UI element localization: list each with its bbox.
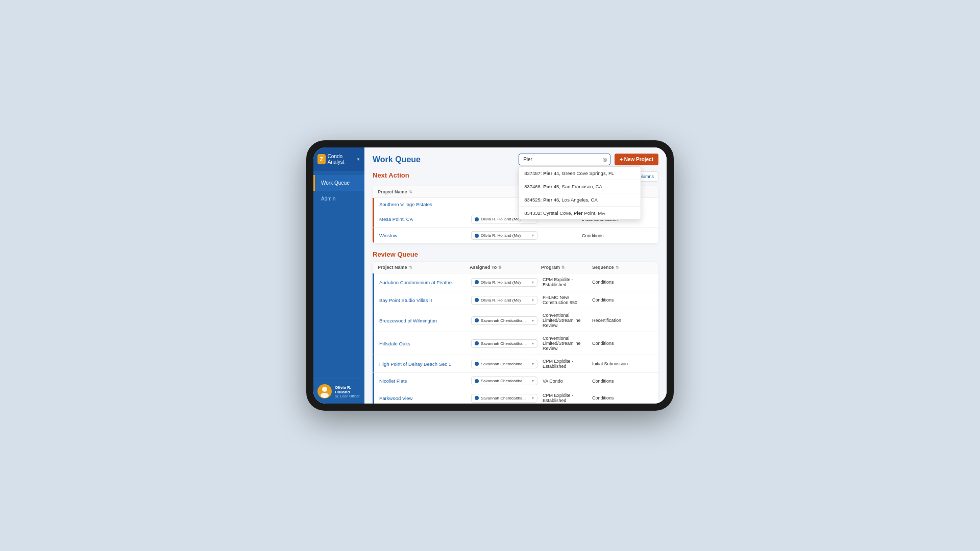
project-link[interactable]: Hillsdale Oaks [379,341,471,346]
assignee-name: Savannah Cherdcaitha... [481,362,530,366]
project-link[interactable]: Winslow [379,233,471,238]
role-label: Condo Analyst [328,154,353,165]
project-link[interactable]: Parkwood View [379,395,471,401]
assignee-select[interactable]: Savannah Cherdcaitha... ▾ [471,339,537,348]
table-row: Breezewood of Wilmington Savannah Cherdc… [373,309,658,332]
tablet-frame: Z Condo Analyst ▼ Work Queue Admin [306,140,674,411]
search-result-2[interactable]: 834525: Pier 46, Los Angeles, CA [519,193,641,207]
program-value: CPM Expidite - Established [543,393,592,403]
assignee-select[interactable]: Savannah Cherdcaitha... ▾ [471,394,537,403]
project-link[interactable]: Bay Point Studio Villas II [379,297,471,303]
search-input[interactable] [519,154,610,165]
sequence-value: Conditions [592,280,653,285]
table-row: Winslow Olivia R. Holland (Me) ▾ Conditi… [373,228,658,243]
assignee-name: Savannah Cherdcaitha... [481,396,530,400]
assignee-dot [475,234,479,238]
sequence-value: Conditions [592,395,653,400]
project-link[interactable]: Breezewood of Wilmington [379,318,471,323]
assignee-select[interactable]: Savannah Cherdcaitha... ▾ [471,316,537,325]
page-title: Work Queue [373,155,421,164]
search-dropdown: 837487: Pier 44, Green Cove Springs, FL … [519,166,641,220]
sequence-value: Initial Submission [592,361,653,366]
sidebar-user: Olivia R. Holland Sr. Loan Officer [313,379,364,404]
review-table-header: Project Name ⇅ Assigned To ⇅ Program ⇅ [373,262,658,273]
sidebar: Z Condo Analyst ▼ Work Queue Admin [313,147,364,404]
chevron-down-icon: ▾ [532,362,534,366]
program-value: Conventional Limited/Streamline Review [543,336,592,351]
col-rq-sequence: Sequence ⇅ [592,265,653,270]
chevron-down-icon: ▾ [532,318,534,323]
assignee-dot [475,280,479,284]
user-info: Olivia R. Holland Sr. Loan Officer [335,385,360,398]
assignee-dot [475,217,479,221]
assignee-dot [475,362,479,366]
search-container: ⊗ 837487: Pier 44, Green Cove Springs, F… [519,154,610,165]
assignee-name: Savannah Cherdcaitha... [481,341,530,346]
chevron-down-icon: ▾ [532,396,534,400]
main-content: Work Queue ⊗ 837487: Pier 44, Green Cove… [364,147,667,404]
review-queue-title: Review Queue [373,251,418,258]
assignee-select[interactable]: Olivia R. Holland (Me) ▾ [471,296,537,305]
assignee-dot [475,298,479,302]
search-result-0[interactable]: 837487: Pier 44, Green Cove Springs, FL [519,167,641,180]
assignee-dot [475,379,479,383]
chevron-down-icon: ▾ [532,379,534,383]
program-value: VA Condo [543,379,592,384]
avatar [317,384,332,398]
review-queue-table: Project Name ⇅ Assigned To ⇅ Program ⇅ [373,262,658,404]
project-link[interactable]: Audubon Condominium at Feathe... [379,280,471,285]
review-rows-container: Audubon Condominium at Feathe... Olivia … [373,273,658,404]
sort-icon: ⇅ [498,265,502,270]
table-row: High Point of Delray Beach Sec 1 Savanna… [373,355,658,373]
sequence-value: Conditions [592,379,653,384]
assignee-select[interactable]: Olivia R. Holland (Me) ▾ [471,231,537,240]
project-link[interactable]: Mesa Point, CA [379,216,471,222]
program-value: CPM Expidite - Established [543,277,592,287]
sidebar-item-workqueue[interactable]: Work Queue [313,175,364,191]
sort-icon: ⇅ [409,265,412,270]
sequence-value: Conditions [582,233,653,238]
sort-icon: ⇅ [409,190,412,194]
new-project-button[interactable]: + New Project [615,154,658,165]
assignee-dot [475,396,479,400]
project-link[interactable]: Southern Village Estates [379,202,471,207]
project-link[interactable]: Nicollet Flats [379,378,471,384]
table-row: Parkwood View Savannah Cherdcaitha... ▾ … [373,389,658,404]
chevron-down-icon: ▾ [532,298,534,303]
assignee-name: Olivia R. Holland (Me) [481,298,530,303]
user-role: Sr. Loan Officer [335,394,360,398]
svg-point-1 [321,393,329,398]
assignee-select[interactable]: Savannah Cherdcaitha... ▾ [471,360,537,368]
col-rq-program: Program ⇅ [541,265,592,270]
search-result-1[interactable]: 837466: Pier 45, San Francisco, CA [519,180,641,193]
sidebar-logo[interactable]: Z Condo Analyst ▼ [313,147,364,171]
assignee-select[interactable]: Savannah Cherdcaitha... ▾ [471,377,537,385]
assignee-name: Olivia R. Holland (Me) [481,280,530,285]
search-clear-icon[interactable]: ⊗ [602,156,607,163]
col-rq-project: Project Name ⇅ [378,265,470,270]
table-row: Audubon Condominium at Feathe... Olivia … [373,273,658,291]
sidebar-nav: Work Queue Admin [313,171,364,379]
table-row: Hillsdale Oaks Savannah Cherdcaitha... ▾… [373,332,658,355]
assignee-dot [475,318,479,322]
assignee-name: Savannah Cherdcaitha... [481,318,530,323]
chevron-down-icon: ▾ [532,280,534,285]
sort-icon: ⇅ [616,265,619,270]
next-action-title: Next Action [373,171,409,179]
table-row: Nicollet Flats Savannah Cherdcaitha... ▾… [373,373,658,389]
assignee-name: Olivia R. Holland (Me) [481,233,530,238]
top-bar: Work Queue ⊗ 837487: Pier 44, Green Cove… [364,147,667,169]
assignee-select[interactable]: Olivia R. Holland (Me) ▾ [471,278,537,287]
sidebar-item-admin[interactable]: Admin [313,191,364,207]
sequence-value: Conditions [592,341,653,346]
program-value: Conventional Limited/Streamline Review [543,313,592,328]
assignee-name: Savannah Cherdcaitha... [481,379,530,383]
top-bar-actions: ⊗ 837487: Pier 44, Green Cove Springs, F… [519,154,658,165]
project-link[interactable]: High Point of Delray Beach Sec 1 [379,361,471,367]
table-row: Bay Point Studio Villas II Olivia R. Hol… [373,291,658,309]
search-result-3[interactable]: 834332: Cyrstal Cove, Pier Point, MA [519,207,641,219]
program-value: FHLMC New Construction 950 [543,295,592,305]
col-rq-assignee: Assigned To ⇅ [470,265,541,270]
logo-icon: Z [317,154,326,164]
program-value: CPM Expidite - Established [543,359,592,369]
